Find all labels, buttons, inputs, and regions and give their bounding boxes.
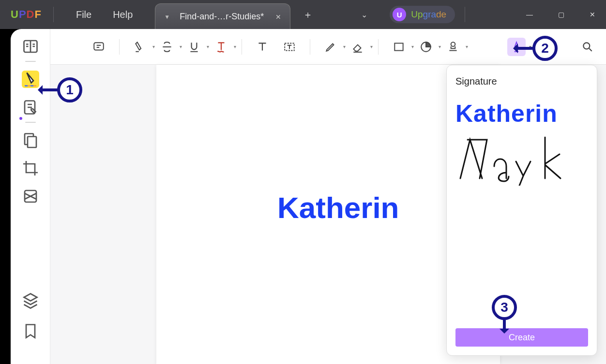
bookmark-icon[interactable]: [22, 322, 39, 340]
redact-icon[interactable]: [22, 188, 39, 205]
app-logo: UPDF: [11, 8, 42, 21]
create-signature-button[interactable]: Create: [455, 328, 588, 347]
svg-point-10: [583, 43, 590, 49]
tab-dropdown-icon[interactable]: ▼: [164, 14, 170, 20]
tab-close-icon[interactable]: ✕: [273, 11, 283, 23]
svg-rect-3: [28, 137, 36, 148]
layers-icon[interactable]: [22, 291, 39, 309]
upgrade-button[interactable]: U Upgrade: [390, 6, 455, 23]
squiggly-tool-icon[interactable]: [212, 38, 230, 56]
edit-pdf-icon[interactable]: [22, 99, 39, 116]
underline-tool-icon[interactable]: [185, 38, 203, 56]
annotation-callout-2: 2: [532, 36, 558, 61]
stamp-tool-icon[interactable]: [444, 38, 462, 56]
note-tool-icon[interactable]: [90, 38, 108, 56]
close-icon[interactable]: ✕: [585, 6, 600, 23]
signature-sample-typed[interactable]: Katherin: [455, 100, 588, 128]
tab-title: Find-and-…r-Studies*: [180, 12, 264, 22]
indicator-dot: [19, 117, 22, 120]
page-tools-icon[interactable]: [22, 131, 39, 149]
annotation-callout-3: 3: [492, 295, 517, 320]
divider: [465, 7, 465, 22]
divider: [378, 39, 379, 55]
highlight-tool-icon[interactable]: [131, 38, 149, 56]
textbox-tool-icon[interactable]: [280, 38, 299, 56]
signature-panel: Signature Katherin Create: [446, 65, 597, 356]
avatar: U: [393, 8, 406, 21]
sticker-tool-icon[interactable]: [417, 38, 435, 56]
menu-help[interactable]: Help: [102, 6, 143, 23]
text-tool-icon[interactable]: [253, 38, 272, 56]
annotation-callout-1: 1: [57, 77, 82, 102]
eraser-tool-icon[interactable]: [348, 38, 367, 56]
document-text: Katherin: [277, 190, 399, 225]
document-tab[interactable]: ▼ Find-and-…r-Studies* ✕: [155, 3, 290, 29]
signature-sample-handwritten[interactable]: [455, 132, 588, 188]
divider: [310, 39, 310, 55]
divider: [242, 39, 242, 55]
divider: [25, 61, 36, 62]
divider: [119, 39, 120, 55]
maximize-icon[interactable]: ▢: [553, 6, 569, 23]
svg-rect-5: [94, 43, 104, 50]
strikethrough-tool-icon[interactable]: [158, 38, 176, 56]
upgrade-label: Upgrade: [411, 9, 446, 20]
svg-rect-7: [394, 43, 403, 50]
divider: [25, 122, 36, 123]
shape-tool-icon[interactable]: [390, 38, 408, 56]
crop-icon[interactable]: [22, 160, 39, 177]
menu-file[interactable]: File: [65, 6, 102, 23]
reader-mode-icon[interactable]: [22, 38, 39, 55]
signature-panel-title: Signature: [455, 76, 588, 87]
search-icon[interactable]: [578, 38, 597, 56]
new-tab-icon[interactable]: ＋: [303, 8, 313, 21]
tab-overflow-icon[interactable]: ⌄: [361, 10, 367, 19]
minimize-icon[interactable]: —: [521, 6, 538, 23]
pencil-tool-icon[interactable]: [321, 38, 340, 56]
svg-point-9: [451, 42, 455, 46]
divider: [53, 7, 54, 22]
